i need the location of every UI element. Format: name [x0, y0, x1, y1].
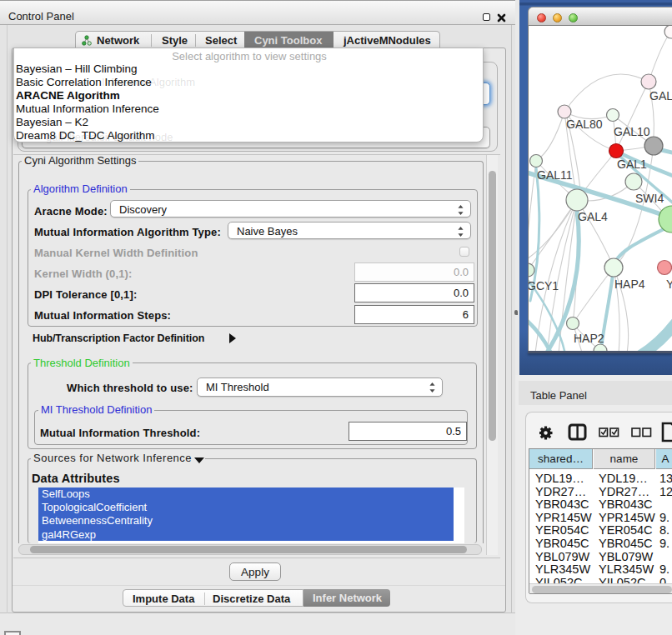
svg-text:HAP2: HAP2 — [574, 332, 604, 345]
svg-text:GAL: GAL — [649, 89, 672, 102]
svg-text:HAP4: HAP4 — [614, 278, 645, 291]
svg-text:Y: Y — [666, 278, 672, 291]
svg-text:SWI4: SWI4 — [635, 192, 664, 205]
svg-text:GAL11: GAL11 — [537, 168, 573, 182]
svg-text:GCY1: GCY1 — [529, 279, 559, 292]
svg-text:GAL4: GAL4 — [578, 210, 608, 223]
svg-text:GAL10: GAL10 — [614, 125, 650, 138]
svg-text:GAL80: GAL80 — [566, 118, 603, 131]
svg-text:GAL1: GAL1 — [617, 158, 647, 171]
